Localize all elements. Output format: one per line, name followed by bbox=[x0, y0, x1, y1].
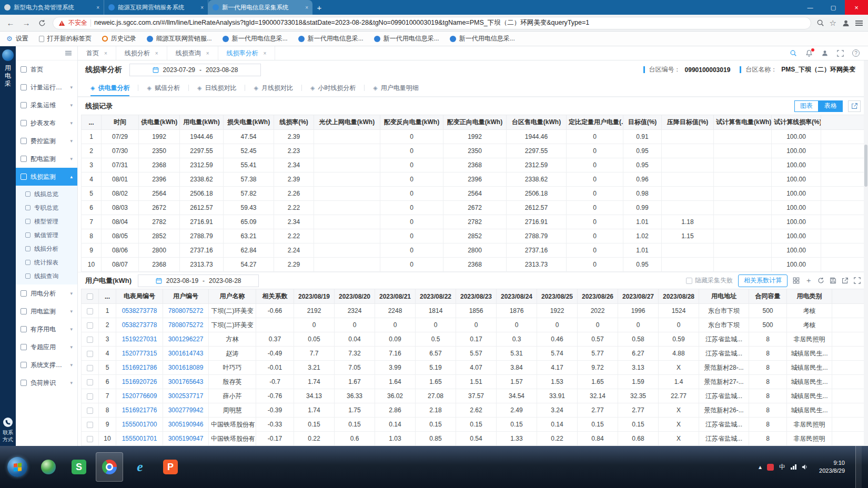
subtab[interactable]: ◈日线损对比 bbox=[189, 79, 245, 97]
row-checkbox[interactable] bbox=[87, 379, 93, 385]
sidebar-subitem[interactable]: 线损查询 bbox=[16, 269, 77, 283]
sidebar-item[interactable]: 用电分析▾ bbox=[16, 284, 77, 302]
sidebar-subitem[interactable]: 线损总览 bbox=[16, 187, 77, 201]
taskbar-app-wpp[interactable]: P bbox=[157, 452, 184, 482]
cell-link[interactable]: 7808075272 bbox=[168, 321, 204, 329]
save-icon[interactable] bbox=[830, 277, 836, 284]
row-checkbox[interactable] bbox=[87, 365, 93, 371]
scrollbar-thumb[interactable] bbox=[864, 145, 867, 187]
sidebar-subitem[interactable]: 模型管理 bbox=[16, 215, 77, 228]
maximize-button[interactable]: ▢ bbox=[822, 0, 845, 15]
cell-link[interactable]: 1516921786 bbox=[122, 364, 157, 371]
help-icon[interactable]: ? bbox=[852, 49, 860, 57]
sidebar-item[interactable]: 计量运行监测▾ bbox=[16, 78, 77, 96]
bookmark-item[interactable]: 新一代用电信息采... bbox=[450, 34, 515, 43]
bookmark-item[interactable]: 能源互联网营销服... bbox=[147, 34, 212, 43]
cell-link[interactable]: 7808075272 bbox=[168, 307, 204, 314]
view-toggle-table-button[interactable]: 表格 bbox=[819, 100, 843, 112]
bookmark-item[interactable]: 新一代用电信息采... bbox=[374, 34, 439, 43]
tab-close-icon[interactable]: × bbox=[200, 5, 204, 11]
row-checkbox[interactable] bbox=[87, 408, 93, 414]
row-checkbox[interactable] bbox=[87, 393, 93, 400]
sidebar-item[interactable]: 费控监测▾ bbox=[16, 132, 77, 150]
sidebar-item[interactable]: 线损监测▴ bbox=[16, 168, 77, 186]
cell-link[interactable]: 1520776609 bbox=[122, 392, 157, 400]
fullscreen-icon[interactable] bbox=[837, 50, 844, 57]
sidebar-item[interactable]: 抄表发布▾ bbox=[16, 114, 77, 132]
sidebar-subitem[interactable]: 统计报表 bbox=[16, 256, 77, 269]
browser-tab[interactable]: 能源互联网营销服务系统× bbox=[104, 0, 208, 15]
sidebar-item[interactable]: 专题应用▾ bbox=[16, 338, 77, 356]
page-scrollbar[interactable] bbox=[864, 60, 868, 446]
taskbar-app-sphere[interactable] bbox=[35, 452, 62, 482]
cell-link[interactable]: 1519227031 bbox=[122, 336, 157, 343]
close-icon[interactable]: × bbox=[206, 50, 209, 56]
add-icon[interactable]: ＋ bbox=[805, 276, 812, 286]
close-icon[interactable]: × bbox=[264, 50, 267, 56]
hidden-icons-caret[interactable]: ▴ bbox=[759, 463, 762, 471]
cell-link[interactable]: 3005190947 bbox=[168, 435, 204, 442]
bookmark-item[interactable]: ⚙设置 bbox=[6, 34, 28, 43]
subtab[interactable]: ◈用户电量明细 bbox=[365, 79, 427, 97]
tab-close-icon[interactable]: × bbox=[96, 5, 99, 11]
close-button[interactable]: × bbox=[845, 0, 868, 15]
show-desktop-button[interactable] bbox=[855, 446, 862, 488]
main-date-range-picker[interactable]: 2023-07-29 - 2023-08-28 bbox=[129, 64, 261, 76]
forward-icon[interactable]: → bbox=[21, 18, 32, 27]
sidebar-item[interactable]: 系统支撑功能▾ bbox=[16, 356, 77, 374]
cell-link[interactable]: 1516921776 bbox=[122, 406, 157, 414]
cell-link[interactable]: 1520777315 bbox=[122, 350, 157, 357]
bookmark-star-icon[interactable]: ☆ bbox=[830, 18, 836, 28]
view-toggle-chart-button[interactable]: 图表 bbox=[794, 100, 819, 112]
row-checkbox[interactable] bbox=[87, 422, 93, 428]
bookmark-item[interactable]: 历史记录 bbox=[102, 34, 136, 43]
cell-link[interactable]: 3001765643 bbox=[168, 378, 204, 385]
bookmark-item[interactable]: 打开新的标签页 bbox=[39, 34, 92, 43]
export-table-icon[interactable] bbox=[842, 277, 849, 284]
sidebar-item[interactable]: 用电监测▾ bbox=[16, 302, 77, 320]
bookmark-item[interactable]: 新一代用电信息采... bbox=[223, 34, 288, 43]
fullscreen-table-icon[interactable] bbox=[854, 277, 861, 284]
cell-link[interactable]: 0538273778 bbox=[122, 321, 157, 329]
workspace-tab[interactable]: 线损分析× bbox=[116, 46, 167, 60]
subtab[interactable]: ◈月线损对比 bbox=[245, 79, 301, 97]
notifications-bell-icon[interactable] bbox=[805, 49, 813, 57]
sidebar-subitem[interactable]: 专职总览 bbox=[16, 201, 77, 215]
sidebar-collapse-icon[interactable] bbox=[65, 51, 72, 56]
subtab[interactable]: ◈小时线损分析 bbox=[302, 79, 364, 97]
cell-link[interactable]: 1516920726 bbox=[122, 378, 157, 385]
cell-link[interactable]: 1555001700 bbox=[122, 421, 157, 428]
subtab[interactable]: ◈赋值分析 bbox=[138, 79, 188, 97]
row-checkbox[interactable] bbox=[87, 337, 93, 343]
cell-link[interactable]: 3001614743 bbox=[168, 350, 204, 357]
contact-widget[interactable]: 联系方式 bbox=[2, 418, 14, 443]
taskbar-app-wps[interactable]: S bbox=[65, 452, 93, 482]
bookmark-item[interactable]: 新一代用电信息采... bbox=[298, 34, 364, 43]
new-tab-button[interactable]: + bbox=[312, 0, 326, 15]
row-checkbox[interactable] bbox=[87, 322, 93, 329]
address-bar[interactable]: 不安全 neweic.js.sgcc.com.cn/#/llm/line/Lin… bbox=[53, 17, 811, 29]
sidebar-item[interactable]: 配电监测▾ bbox=[16, 150, 77, 168]
refresh-table-icon[interactable] bbox=[817, 277, 824, 284]
close-icon[interactable]: × bbox=[104, 50, 107, 56]
subtab[interactable]: ◈供电量分析 bbox=[82, 79, 138, 97]
taskbar-clock[interactable]: 9:10 2023/8/29 bbox=[814, 459, 850, 475]
row-checkbox[interactable] bbox=[87, 308, 93, 314]
start-button[interactable] bbox=[7, 457, 27, 477]
close-icon[interactable]: × bbox=[155, 50, 158, 56]
sidebar-item[interactable]: 首页 bbox=[16, 60, 77, 78]
cell-link[interactable]: 0538273778 bbox=[122, 307, 157, 314]
browser-tab[interactable]: 新一代用电信息采集系统× bbox=[208, 0, 312, 15]
cell-link[interactable]: 1555001701 bbox=[122, 435, 157, 442]
grid-view-icon[interactable] bbox=[793, 277, 800, 284]
back-icon[interactable]: ← bbox=[5, 18, 16, 27]
minimize-button[interactable]: — bbox=[799, 0, 822, 15]
export-icon[interactable] bbox=[848, 100, 861, 112]
tab-close-icon[interactable]: × bbox=[305, 5, 308, 11]
sidebar-item[interactable]: 负荷辨识▾ bbox=[16, 374, 77, 392]
cell-link[interactable]: 3002537717 bbox=[168, 392, 204, 400]
cell-link[interactable]: 3001296227 bbox=[168, 336, 204, 343]
row-checkbox[interactable] bbox=[87, 436, 93, 442]
refresh-icon[interactable] bbox=[37, 19, 47, 27]
user-icon[interactable] bbox=[821, 49, 829, 57]
